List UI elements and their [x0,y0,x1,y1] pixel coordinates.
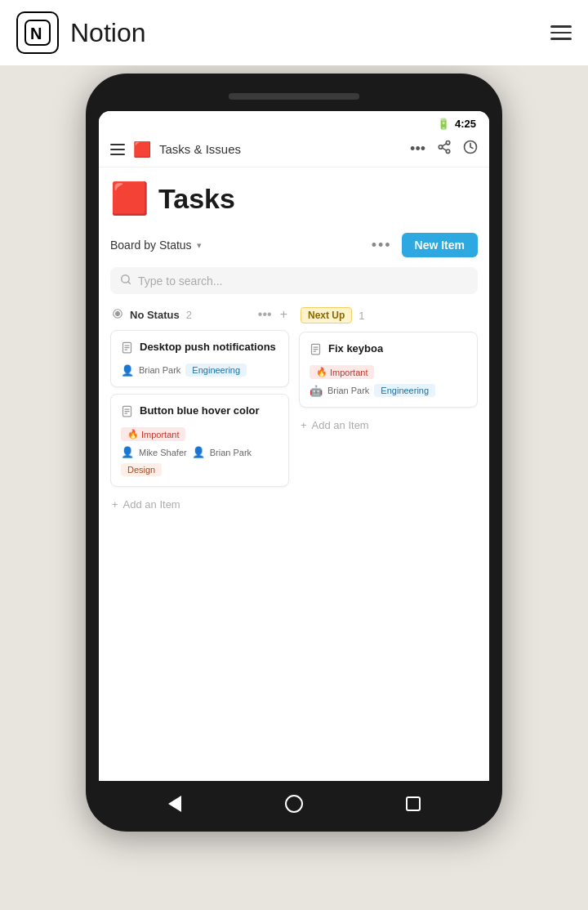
column-header-no-status: No Status 2 ••• + [110,307,289,322]
svg-line-5 [442,148,446,150]
card-doc-icon [121,341,133,357]
board-controls-right: ••• New Item [372,233,478,257]
phone-screen: 🔋 4:25 🟥 Tasks & Issues ••• [99,111,489,781]
add-item-plus-icon: + [112,498,118,511]
next-up-badge: Next Up [301,307,352,323]
card-doc-icon-2 [121,405,133,421]
nav-recents-button[interactable] [402,792,425,815]
add-item-no-status[interactable]: + Add an Item [110,493,289,515]
board-view-button[interactable]: Board by Status ▾ [110,239,202,252]
card-doc-icon-3 [310,343,322,359]
no-status-icon [112,308,123,322]
share-icon[interactable] [437,140,452,158]
home-circle-icon [285,795,303,813]
app-nav-left: 🟥 Tasks & Issues [110,141,241,158]
column-no-status-title: No Status [130,309,180,321]
column-header-next-up-left: Next Up 1 [301,307,365,323]
page-header-icon: 🟥 [110,181,149,216]
browser-top-bar: N Notion [0,0,588,65]
app-page-title: Tasks & Issues [159,142,241,156]
phone-bottom-nav [99,781,489,832]
svg-line-6 [442,144,446,146]
phone-notch [99,88,489,103]
card-3-tag-engineering: Engineering [374,384,435,397]
column-header-left: No Status 2 [112,308,192,322]
avatar-icon-2b: 👤 [192,446,205,458]
card-2-meta: 🔥 Important [121,427,278,441]
svg-point-11 [116,311,120,315]
app-branding: N Notion [16,11,146,54]
card-button-blue[interactable]: Button blue hover color 🔥 Important 👤 [110,394,289,487]
card-1-assignee: Brian Park [139,365,180,375]
card-2-assignee-2: Brian Park [210,448,252,457]
card-1-tag-engineering: Engineering [185,364,247,377]
history-icon[interactable] [463,140,478,158]
card-2-tag-important: 🔥 Important [121,427,185,441]
avatar-icon-2a: 👤 [121,446,134,458]
card-3-title: Fix keyboa [328,342,383,356]
board-columns: No Status 2 ••• + [110,307,478,515]
status-time: 4:25 [455,118,476,130]
card-3-assignee: Brian Park [327,386,369,395]
nav-back-button[interactable] [163,792,186,815]
column-no-status: No Status 2 ••• + [110,307,289,515]
card-title-row-2: Button blue hover color [121,404,278,421]
board-controls: Board by Status ▾ ••• New Item [110,233,478,257]
app-title: Notion [70,18,146,48]
card-title-row-3: Fix keyboa [310,342,467,359]
app-nav-bar: 🟥 Tasks & Issues ••• [99,133,489,167]
more-dots-icon[interactable]: ••• [410,141,425,158]
add-item-next-up[interactable]: + Add an Item [299,414,478,436]
battery-icon: 🔋 [437,118,450,130]
column-header-right: ••• + [258,307,287,322]
board-view-label: Board by Status [110,239,192,252]
chevron-down-icon: ▾ [197,240,202,251]
back-arrow-icon [168,796,181,812]
svg-text:N: N [30,25,42,42]
recents-square-icon [406,796,421,811]
notion-logo-icon: N [16,11,59,54]
page-header-title: Tasks [158,183,235,215]
fire-emoji: 🔥 [127,429,139,439]
search-bar[interactable]: Type to search... [110,267,478,294]
card-desktop-push[interactable]: Desktop push notifications 👤 Brian Park … [110,330,289,387]
add-item-plus-icon-2: + [301,419,307,431]
card-fix-keyboard[interactable]: Fix keyboa 🔥 Important 🤖 Brian Park [299,332,478,408]
app-menu-icon[interactable] [110,144,125,155]
card-2-tag-design: Design [121,463,162,476]
search-placeholder: Type to search... [138,274,223,288]
fire-emoji-3: 🔥 [316,367,327,377]
phone-device: 🔋 4:25 🟥 Tasks & Issues ••• [86,74,502,832]
card-2-meta-2: 👤 Mike Shafer 👤 Brian Park Design [121,446,278,476]
card-3-meta: 🔥 Important [310,365,467,379]
card-1-title: Desktop push notifications [140,341,276,355]
page-header: 🟥 Tasks [110,181,478,216]
column-dots-icon[interactable]: ••• [258,307,272,322]
add-item-label: Add an Item [123,498,180,511]
card-3-tag-important: 🔥 Important [310,365,374,379]
card-1-meta: 👤 Brian Park Engineering [121,364,278,377]
phone-wrapper: 🔋 4:25 🟥 Tasks & Issues ••• [0,65,588,832]
hamburger-menu-icon[interactable] [550,25,572,40]
board-more-icon[interactable]: ••• [372,237,392,254]
status-bar: 🔋 4:25 [99,111,489,133]
svg-line-9 [128,282,131,284]
page-content: 🟥 Tasks Board by Status ▾ ••• New Item [99,167,489,529]
avatar-icon-3: 🤖 [310,385,323,397]
column-next-up: Next Up 1 [299,307,478,515]
column-next-up-count: 1 [359,310,364,322]
card-2-assignee-1: Mike Shafer [139,448,187,457]
card-title-row: Desktop push notifications [121,341,278,357]
column-add-icon[interactable]: + [280,307,287,322]
column-header-next-up: Next Up 1 [299,307,478,323]
column-no-status-count: 2 [186,309,192,321]
app-nav-right: ••• [410,140,478,158]
avatar-icon: 👤 [121,364,134,377]
new-item-button[interactable]: New Item [402,233,478,257]
nav-home-button[interactable] [283,792,305,815]
add-item-label-2: Add an Item [312,419,369,431]
app-page-icon: 🟥 [133,141,151,158]
card-2-title: Button blue hover color [140,404,260,418]
search-icon [120,274,131,288]
card-3-meta-2: 🤖 Brian Park Engineering [310,384,467,397]
